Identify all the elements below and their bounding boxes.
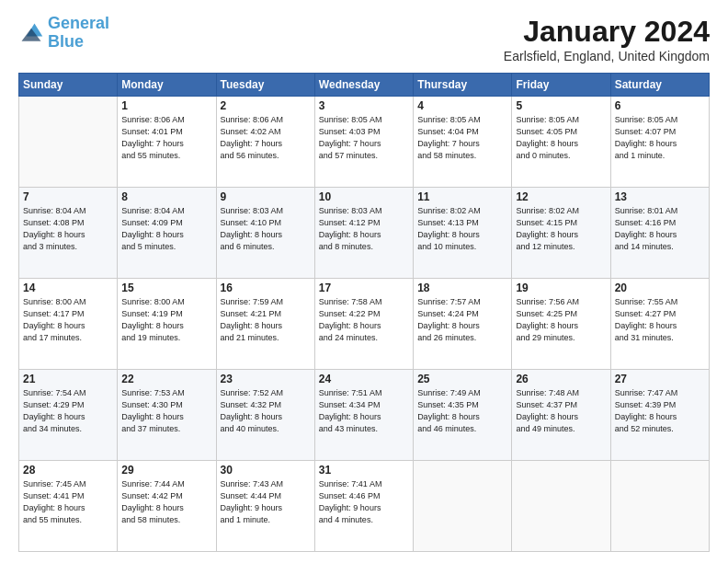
day-number: 29 — [121, 464, 211, 477]
month-title: January 2024 — [504, 15, 710, 49]
calendar-cell: 8Sunrise: 8:04 AMSunset: 4:09 PMDaylight… — [118, 188, 216, 279]
title-block: January 2024 Earlsfield, England, United… — [504, 15, 710, 63]
calendar-cell: 14Sunrise: 8:00 AMSunset: 4:17 PMDayligh… — [19, 279, 118, 370]
calendar-cell: 13Sunrise: 8:01 AMSunset: 4:16 PMDayligh… — [610, 188, 709, 279]
col-header-monday: Monday — [118, 74, 216, 97]
day-info: Sunrise: 7:44 AMSunset: 4:42 PMDaylight:… — [121, 478, 211, 526]
calendar-cell: 4Sunrise: 8:05 AMSunset: 4:04 PMDaylight… — [414, 97, 512, 188]
calendar-cell: 26Sunrise: 7:48 AMSunset: 4:37 PMDayligh… — [512, 370, 610, 461]
day-info: Sunrise: 8:03 AMSunset: 4:12 PMDaylight:… — [319, 205, 409, 253]
logo: General Blue — [18, 15, 109, 52]
day-number: 18 — [417, 282, 507, 294]
day-number: 25 — [417, 373, 507, 385]
calendar-cell: 10Sunrise: 8:03 AMSunset: 4:12 PMDayligh… — [314, 188, 413, 279]
day-info: Sunrise: 7:55 AMSunset: 4:27 PMDaylight:… — [615, 296, 705, 344]
calendar-cell: 11Sunrise: 8:02 AMSunset: 4:13 PMDayligh… — [414, 188, 512, 279]
day-number: 19 — [516, 282, 606, 294]
day-info: Sunrise: 7:59 AMSunset: 4:21 PMDaylight:… — [221, 296, 311, 344]
calendar-cell: 18Sunrise: 7:57 AMSunset: 4:24 PMDayligh… — [414, 279, 512, 370]
day-info: Sunrise: 8:02 AMSunset: 4:15 PMDaylight:… — [516, 205, 606, 253]
day-number: 11 — [417, 190, 507, 203]
col-header-sunday: Sunday — [19, 74, 118, 97]
day-number: 6 — [615, 99, 705, 112]
day-number: 9 — [221, 190, 311, 203]
day-info: Sunrise: 8:05 AMSunset: 4:05 PMDaylight:… — [516, 114, 606, 162]
day-info: Sunrise: 7:43 AMSunset: 4:44 PMDaylight:… — [221, 478, 311, 526]
day-info: Sunrise: 8:00 AMSunset: 4:17 PMDaylight:… — [23, 296, 113, 344]
logo-text: General Blue — [48, 15, 109, 52]
calendar-cell — [19, 97, 118, 188]
day-info: Sunrise: 8:06 AMSunset: 4:01 PMDaylight:… — [121, 114, 211, 162]
day-info: Sunrise: 7:57 AMSunset: 4:24 PMDaylight:… — [417, 296, 507, 344]
col-header-wednesday: Wednesday — [314, 74, 413, 97]
calendar-cell — [512, 461, 610, 552]
day-info: Sunrise: 7:48 AMSunset: 4:37 PMDaylight:… — [516, 387, 606, 435]
logo-blue: Blue — [48, 33, 109, 52]
day-info: Sunrise: 8:04 AMSunset: 4:09 PMDaylight:… — [121, 205, 211, 253]
day-info: Sunrise: 8:02 AMSunset: 4:13 PMDaylight:… — [417, 205, 507, 253]
calendar-table: SundayMondayTuesdayWednesdayThursdayFrid… — [18, 73, 710, 552]
calendar-cell: 20Sunrise: 7:55 AMSunset: 4:27 PMDayligh… — [610, 279, 709, 370]
calendar-cell: 16Sunrise: 7:59 AMSunset: 4:21 PMDayligh… — [216, 279, 314, 370]
calendar-cell: 25Sunrise: 7:49 AMSunset: 4:35 PMDayligh… — [414, 370, 512, 461]
calendar-cell — [610, 461, 709, 552]
col-header-friday: Friday — [512, 74, 610, 97]
day-number: 17 — [319, 282, 409, 294]
day-number: 12 — [516, 190, 606, 203]
calendar-cell — [414, 461, 512, 552]
calendar-cell: 24Sunrise: 7:51 AMSunset: 4:34 PMDayligh… — [314, 370, 413, 461]
day-info: Sunrise: 7:45 AMSunset: 4:41 PMDaylight:… — [23, 478, 113, 526]
calendar-cell: 29Sunrise: 7:44 AMSunset: 4:42 PMDayligh… — [118, 461, 216, 552]
day-number: 10 — [319, 190, 409, 203]
day-info: Sunrise: 7:47 AMSunset: 4:39 PMDaylight:… — [615, 387, 705, 435]
day-number: 7 — [23, 190, 113, 203]
day-number: 28 — [23, 464, 113, 477]
col-header-tuesday: Tuesday — [216, 74, 314, 97]
calendar-week-1: 7Sunrise: 8:04 AMSunset: 4:08 PMDaylight… — [19, 188, 710, 279]
calendar-cell: 28Sunrise: 7:45 AMSunset: 4:41 PMDayligh… — [19, 461, 118, 552]
calendar-cell: 31Sunrise: 7:41 AMSunset: 4:46 PMDayligh… — [314, 461, 413, 552]
day-info: Sunrise: 8:00 AMSunset: 4:19 PMDaylight:… — [121, 296, 211, 344]
day-info: Sunrise: 8:04 AMSunset: 4:08 PMDaylight:… — [23, 205, 113, 253]
day-info: Sunrise: 7:58 AMSunset: 4:22 PMDaylight:… — [319, 296, 409, 344]
calendar-cell: 7Sunrise: 8:04 AMSunset: 4:08 PMDaylight… — [19, 188, 118, 279]
day-number: 14 — [23, 282, 113, 294]
calendar-cell: 15Sunrise: 8:00 AMSunset: 4:19 PMDayligh… — [118, 279, 216, 370]
day-number: 24 — [319, 373, 409, 385]
header: General Blue January 2024 Earlsfield, En… — [18, 15, 710, 63]
day-info: Sunrise: 8:03 AMSunset: 4:10 PMDaylight:… — [221, 205, 311, 253]
day-number: 13 — [615, 190, 705, 203]
calendar-week-4: 28Sunrise: 7:45 AMSunset: 4:41 PMDayligh… — [19, 461, 710, 552]
col-header-thursday: Thursday — [414, 74, 512, 97]
col-header-saturday: Saturday — [610, 74, 709, 97]
day-number: 5 — [516, 99, 606, 112]
day-info: Sunrise: 7:49 AMSunset: 4:35 PMDaylight:… — [417, 387, 507, 435]
day-number: 1 — [121, 99, 211, 112]
day-info: Sunrise: 8:01 AMSunset: 4:16 PMDaylight:… — [615, 205, 705, 253]
calendar-cell: 19Sunrise: 7:56 AMSunset: 4:25 PMDayligh… — [512, 279, 610, 370]
calendar-cell: 2Sunrise: 8:06 AMSunset: 4:02 AMDaylight… — [216, 97, 314, 188]
logo-icon — [18, 20, 44, 46]
day-number: 23 — [221, 373, 311, 385]
calendar-week-3: 21Sunrise: 7:54 AMSunset: 4:29 PMDayligh… — [19, 370, 710, 461]
calendar-cell: 30Sunrise: 7:43 AMSunset: 4:44 PMDayligh… — [216, 461, 314, 552]
day-number: 4 — [417, 99, 507, 112]
calendar-week-2: 14Sunrise: 8:00 AMSunset: 4:17 PMDayligh… — [19, 279, 710, 370]
day-number: 3 — [319, 99, 409, 112]
day-number: 8 — [121, 190, 211, 203]
day-number: 21 — [23, 373, 113, 385]
day-info: Sunrise: 8:05 AMSunset: 4:07 PMDaylight:… — [615, 114, 705, 162]
calendar-header-row: SundayMondayTuesdayWednesdayThursdayFrid… — [19, 74, 710, 97]
day-info: Sunrise: 7:51 AMSunset: 4:34 PMDaylight:… — [319, 387, 409, 435]
calendar-cell: 12Sunrise: 8:02 AMSunset: 4:15 PMDayligh… — [512, 188, 610, 279]
day-info: Sunrise: 8:06 AMSunset: 4:02 AMDaylight:… — [221, 114, 311, 162]
day-info: Sunrise: 8:05 AMSunset: 4:04 PMDaylight:… — [417, 114, 507, 162]
page: General Blue January 2024 Earlsfield, En… — [0, 0, 728, 563]
calendar-cell: 5Sunrise: 8:05 AMSunset: 4:05 PMDaylight… — [512, 97, 610, 188]
location: Earlsfield, England, United Kingdom — [504, 49, 710, 63]
day-number: 22 — [121, 373, 211, 385]
day-number: 20 — [615, 282, 705, 294]
calendar-cell: 6Sunrise: 8:05 AMSunset: 4:07 PMDaylight… — [610, 97, 709, 188]
day-number: 27 — [615, 373, 705, 385]
day-info: Sunrise: 7:41 AMSunset: 4:46 PMDaylight:… — [319, 478, 409, 526]
